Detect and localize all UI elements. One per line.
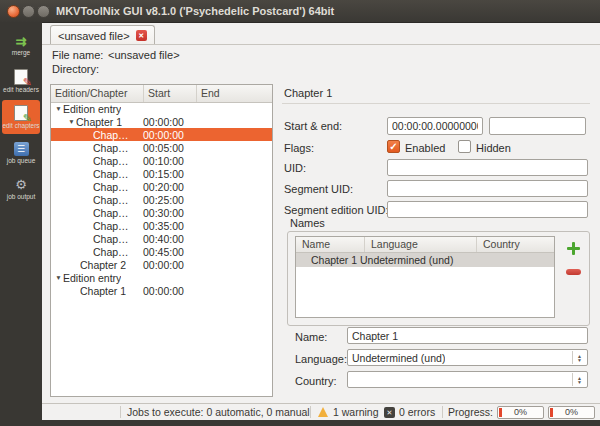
sidebar-item-edit-headers[interactable]: ✎ edit headers	[2, 64, 40, 98]
tree-row-start: 00:35:00	[143, 220, 184, 232]
enabled-checkbox[interactable]: ✓	[387, 140, 400, 153]
sidebar-item-label: edit headers	[3, 86, 39, 93]
names-column-language[interactable]: Language	[365, 237, 477, 252]
window-maximize-button[interactable]	[37, 5, 50, 18]
tree-row[interactable]: Chap…00:10:00	[51, 154, 272, 167]
tree-row-label: Chap…	[93, 233, 129, 245]
tree-row-start: 00:00:00	[143, 116, 184, 128]
tree-row[interactable]: ▼Edition entry	[51, 271, 272, 284]
country-select[interactable]: ▲▼	[347, 371, 588, 388]
names-column-country[interactable]: Country	[477, 237, 554, 252]
tree-row-label: Chapter 1	[76, 116, 122, 128]
window-minimize-button[interactable]	[22, 5, 35, 18]
end-time-input[interactable]	[489, 117, 586, 135]
tree-row[interactable]: Chapter 100:00:00	[51, 284, 272, 297]
tree-row[interactable]: Chap…00:25:00	[51, 193, 272, 206]
add-name-button[interactable]	[562, 238, 584, 258]
tree-row[interactable]: Chap…00:00:00	[51, 128, 272, 141]
sidebar-item-label: merge	[12, 49, 30, 56]
error-icon: ✕	[384, 407, 395, 418]
tree-row-label: Edition entry	[63, 103, 121, 115]
chapter-tree: Edition/Chapter Start End ▼Edition entry…	[50, 84, 273, 397]
tree-indent	[51, 225, 93, 226]
job-queue-icon: ☰	[14, 142, 29, 156]
enabled-checkbox-label[interactable]: Enabled	[405, 142, 445, 154]
tree-row-label: Edition entry	[63, 272, 121, 284]
tree-row[interactable]: Chap…00:45:00	[51, 245, 272, 258]
plus-icon	[567, 242, 580, 255]
start-time-input[interactable]	[387, 117, 483, 135]
segment-edition-uid-label: Segment edition UID:	[284, 204, 389, 216]
tree-row-start: 00:15:00	[143, 168, 184, 180]
tree-row[interactable]: Chap…00:30:00	[51, 206, 272, 219]
tree-indent	[51, 186, 93, 187]
tree-row[interactable]: Chap…00:15:00	[51, 167, 272, 180]
file-name-value: <unsaved file>	[108, 49, 180, 61]
remove-name-button[interactable]	[562, 262, 584, 282]
flags-label: Flags:	[284, 142, 314, 154]
sidebar-item-label: job output	[7, 193, 36, 200]
errors-count-text: 0 errors	[399, 404, 435, 420]
segment-uid-input[interactable]	[387, 180, 588, 197]
tree-indent	[51, 251, 93, 252]
progress-bar-current: 0%	[497, 406, 544, 419]
tree-row[interactable]: Chap…00:05:00	[51, 141, 272, 154]
language-select[interactable]: Undetermined (und) ▲▼	[347, 349, 588, 366]
tree-indent	[51, 264, 80, 265]
sidebar-item-job-output[interactable]: ⚙ job output	[2, 172, 40, 206]
language-label: Language:	[295, 353, 347, 365]
tree-row-label: Chap…	[93, 220, 129, 232]
window-close-button[interactable]	[7, 5, 20, 18]
hidden-checkbox-label[interactable]: Hidden	[476, 142, 511, 154]
tree-row[interactable]: Chap…00:20:00	[51, 180, 272, 193]
tree-row[interactable]: ▼Chapter 100:00:00	[51, 115, 272, 128]
names-table-cell: Chapter 1	[296, 254, 358, 266]
progress-percent: 0%	[549, 407, 594, 418]
tab-close-icon[interactable]: ✕	[136, 30, 147, 41]
chapter-tree-rows: ▼Edition entry▼Chapter 100:00:00Chap…00:…	[51, 102, 272, 396]
tree-row-start: 00:05:00	[143, 142, 184, 154]
uid-label: UID:	[284, 162, 306, 174]
tree-indent	[51, 121, 67, 122]
sidebar-item-edit-chapters[interactable]: ✎ edit chapters	[2, 100, 40, 134]
names-table-row[interactable]: Chapter 1Undetermined (und)	[296, 253, 554, 267]
tree-row[interactable]: ▼Edition entry	[51, 102, 272, 115]
tree-row-label: Chap…	[93, 194, 129, 206]
column-header-edition-chapter[interactable]: Edition/Chapter	[51, 85, 144, 102]
progress-percent: 0%	[498, 407, 543, 418]
column-header-start[interactable]: Start	[144, 85, 197, 102]
tab-bar-divider	[42, 44, 600, 45]
tree-row-label: Chapter 1	[80, 285, 126, 297]
tree-row-label: Chap…	[93, 207, 129, 219]
tree-row-start: 00:10:00	[143, 155, 184, 167]
start-end-label: Start & end:	[284, 120, 342, 132]
name-input[interactable]	[347, 327, 588, 344]
segment-edition-uid-input[interactable]	[387, 201, 588, 218]
tree-row-label: Chap…	[93, 246, 129, 258]
tree-row-start: 00:00:00	[143, 129, 184, 141]
statusbar: Jobs to execute: 0 automatic, 0 manual 1…	[42, 403, 600, 421]
expander-icon[interactable]: ▼	[67, 118, 76, 125]
hidden-checkbox[interactable]	[458, 140, 471, 153]
names-table: Name Language Country Chapter 1Undetermi…	[295, 236, 555, 318]
editor-divider	[282, 103, 590, 104]
tree-row[interactable]: Chap…00:40:00	[51, 232, 272, 245]
names-group-title: Names	[290, 217, 325, 229]
tree-row-start: 00:20:00	[143, 181, 184, 193]
sidebar-item-merge[interactable]: ⇉ merge	[2, 28, 40, 62]
spinner-arrows-icon[interactable]: ▲▼	[572, 373, 586, 386]
check-icon: ✓	[388, 141, 399, 152]
column-header-end[interactable]: End	[197, 85, 272, 102]
tree-row[interactable]: Chap…00:35:00	[51, 219, 272, 232]
expander-icon[interactable]: ▼	[54, 274, 63, 281]
tree-row[interactable]: Chapter 200:00:00	[51, 258, 272, 271]
edit-headers-icon: ✎	[14, 69, 28, 85]
names-column-name[interactable]: Name	[296, 237, 365, 252]
expander-icon[interactable]: ▼	[54, 105, 63, 112]
uid-input[interactable]	[387, 159, 588, 176]
names-table-cell: Undetermined (und)	[358, 254, 463, 266]
statusbar-divider	[310, 406, 311, 418]
sidebar-item-job-queue[interactable]: ☰ job queue	[2, 136, 40, 170]
spinner-arrows-icon[interactable]: ▲▼	[572, 351, 586, 364]
tab-unsaved-file[interactable]: <unsaved file> ✕	[50, 25, 155, 45]
